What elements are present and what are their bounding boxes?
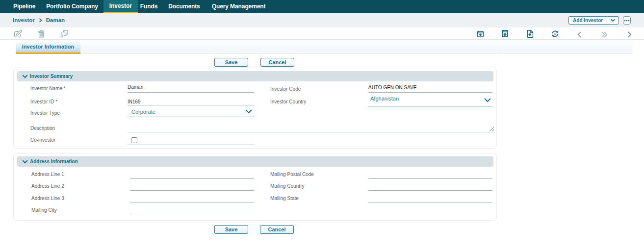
- svg-text:s: s: [554, 32, 556, 35]
